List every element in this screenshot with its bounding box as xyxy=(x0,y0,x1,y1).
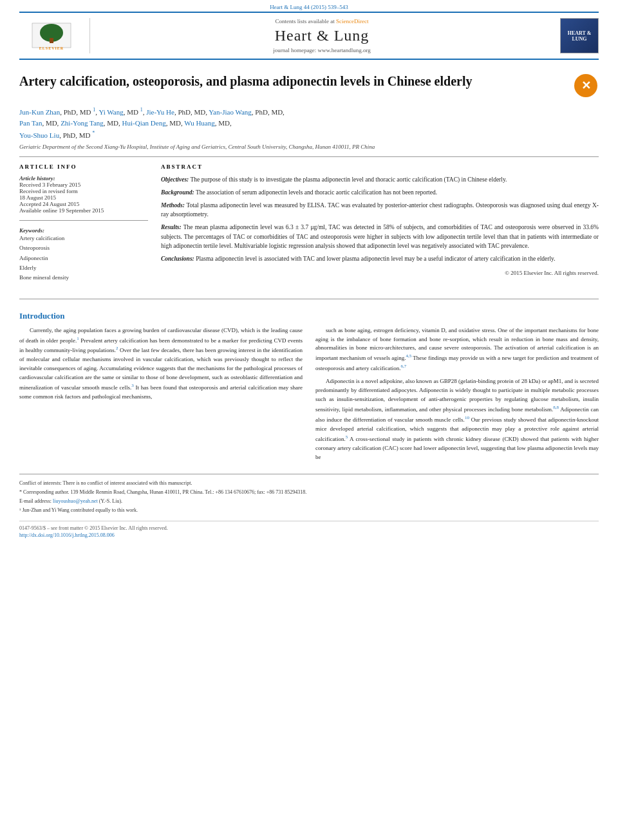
ref-3: 3 xyxy=(131,383,134,388)
author-jun-kun: Jun-Kun Zhan xyxy=(19,108,60,116)
article-info-heading: ARTICLE INFO xyxy=(19,163,148,170)
journal-cover-image: HEART & LUNG xyxy=(560,18,599,53)
history-label: Article history: xyxy=(19,175,148,182)
elsevier-logo: ELSEVIER xyxy=(19,18,90,53)
received-date: Received 3 February 2015 xyxy=(19,182,148,188)
corresponding-note: * Corresponding author. 139 Middle Renmi… xyxy=(19,489,599,496)
intro-left-col: Currently, the aging population faces a … xyxy=(19,326,303,466)
footnote-1: ¹ Jun-Zhan and Yi Wang contributed equal… xyxy=(19,507,599,514)
intro-right-para1: such as bone aging, estrogen deficiency,… xyxy=(315,326,599,374)
article-info-abstract-section: ARTICLE INFO Article history: Received 3… xyxy=(19,163,599,289)
bottom-bar: 0147-9563/$ – see front matter © 2015 El… xyxy=(19,521,599,538)
sciencedirect-link[interactable]: ScienceDirect xyxy=(336,18,368,24)
ref-2: 2 xyxy=(116,346,118,351)
received-revised-label: Received in revised form xyxy=(19,188,148,194)
article-body: Artery calcification, osteoporosis, and … xyxy=(0,60,618,551)
results-label: Results: xyxy=(161,224,182,230)
ref-5b: 5 xyxy=(346,434,348,440)
email-suffix: (Y.-S. Liu). xyxy=(99,498,122,504)
footnotes-section: Conflict of interests: There is no confl… xyxy=(19,474,599,514)
results-text: The mean plasma adiponectin level was 6.… xyxy=(161,224,599,249)
affiliation: Geriatric Department of the Second Xiang… xyxy=(19,144,599,150)
available-date: Available online 19 September 2015 xyxy=(19,207,148,214)
keyword-3: Adiponectin xyxy=(19,254,148,263)
journal-header: ELSEVIER Contents lists available at Sci… xyxy=(19,12,599,60)
doi-link[interactable]: http://dx.doi.org/10.1016/j.hrtlng.2015.… xyxy=(19,532,599,538)
elsevier-tree-icon: ELSEVIER xyxy=(29,20,74,52)
author-zhi-yong: Zhi-Yong Tang xyxy=(61,119,104,127)
intro-right-para2: Adiponectin is a novel adipokine, also k… xyxy=(315,377,599,462)
email-label: E-mail address: xyxy=(19,498,52,504)
ref-8-8: 8,8 xyxy=(553,405,559,410)
journal-homepage: journal homepage: www.heartandlung.org xyxy=(273,47,371,53)
received-revised-date: 18 August 2015 xyxy=(19,194,148,201)
author-you-shuo: You-Shuo Liu xyxy=(19,131,59,139)
introduction-heading: Introduction xyxy=(19,311,599,321)
leading-word: leading xyxy=(271,327,288,333)
divider-2 xyxy=(19,299,599,299)
abstract-results: Results: The mean plasma adiponectin lev… xyxy=(161,223,599,251)
journal-center: Contents lists available at ScienceDirec… xyxy=(90,18,554,53)
methods-text: Total plasma adiponectin level was measu… xyxy=(161,202,599,218)
introduction-section: Introduction Currently, the aging popula… xyxy=(19,311,599,466)
keyword-4: Elderly xyxy=(19,263,148,273)
intro-right-col: such as bone aging, estrogen deficiency,… xyxy=(315,326,599,466)
ref-10: 10 xyxy=(465,415,469,420)
abstract-background: Background: The association of serum adi… xyxy=(161,188,599,198)
article-title: Artery calcification, osteoporosis, and … xyxy=(19,73,566,89)
crossmark: ✕ xyxy=(573,73,599,98)
conclusions-label: Conclusions: xyxy=(161,256,194,262)
abstract-objectives: Objectives: The purpose of this study is… xyxy=(161,175,599,185)
that-word: that xyxy=(177,365,186,371)
abstract-col: ABSTRACT Objectives: The purpose of this… xyxy=(161,163,599,289)
conclusions-text: Plasma adiponectin level is associated w… xyxy=(196,256,556,262)
keywords-block: Keywords: Artery calcification Osteoporo… xyxy=(19,227,148,283)
keywords-label: Keywords: xyxy=(19,227,148,234)
objectives-text: The purpose of this study is to investig… xyxy=(190,176,507,183)
methods-label: Methods: xyxy=(161,202,185,209)
authors: Jun-Kun Zhan, PhD, MD 1, Yi Wang, MD 1, … xyxy=(19,106,599,141)
objectives-label: Objectives: xyxy=(161,176,189,183)
introduction-body: Currently, the aging population faces a … xyxy=(19,326,599,466)
abstract-conclusions: Conclusions: Plasma adiponectin level is… xyxy=(161,254,599,264)
ref-4-5: 4,5 xyxy=(406,353,411,359)
abstract-methods: Methods: Total plasma adiponectin level … xyxy=(161,201,599,219)
keyword-2: Osteoporosis xyxy=(19,243,148,253)
background-text: The association of serum adiponectin lev… xyxy=(196,189,437,196)
ref-6-7: 6,7 xyxy=(400,364,406,369)
intro-left-para1: Currently, the aging population faces a … xyxy=(19,326,303,402)
email-link[interactable]: liuyoushuo@yeah.net xyxy=(53,498,98,504)
article-info-col: ARTICLE INFO Article history: Received 3… xyxy=(19,163,148,289)
svg-rect-2 xyxy=(50,38,53,43)
abstract-text: Objectives: The purpose of this study is… xyxy=(161,175,599,278)
author-jie-yu: Jie-Yu He xyxy=(146,108,174,116)
divider-1 xyxy=(19,156,599,157)
issn-line: 0147-9563/$ – see front matter © 2015 El… xyxy=(19,525,599,531)
title-section: Artery calcification, osteoporosis, and … xyxy=(19,73,599,98)
email-note: E-mail address: liuyoushuo@yeah.net (Y.-… xyxy=(19,498,599,505)
keyword-5: Bone mineral density xyxy=(19,273,148,283)
top-citation: Heart & Lung 44 (2015) 539–543 xyxy=(0,0,618,12)
author-yan-jiao: Yan-Jiao Wang xyxy=(209,108,252,116)
journal-title: Heart & Lung xyxy=(275,27,370,44)
divider-keywords xyxy=(19,220,148,221)
author-pan-tan: Pan Tan xyxy=(19,119,42,127)
author-yi-wang: Yi Wang xyxy=(98,108,123,116)
author-wu-huang: Wu Huang xyxy=(184,119,215,127)
conflict-note: Conflict of interests: There is no confl… xyxy=(19,480,599,487)
author-hui-qian: Hui-Qian Deng xyxy=(122,119,166,127)
abstract-heading: ABSTRACT xyxy=(161,163,599,170)
keyword-1: Artery calcification xyxy=(19,234,148,243)
keywords-list: Artery calcification Osteoporosis Adipon… xyxy=(19,234,148,283)
ref-1: 1 xyxy=(77,336,79,341)
background-label: Background: xyxy=(161,189,194,196)
svg-text:ELSEVIER: ELSEVIER xyxy=(39,46,63,50)
copyright: © 2015 Elsevier Inc. All rights reserved… xyxy=(161,269,599,278)
accepted-date: Accepted 24 August 2015 xyxy=(19,201,148,207)
article-history-block: Article history: Received 3 February 201… xyxy=(19,175,148,214)
sciencedirect-line: Contents lists available at ScienceDirec… xyxy=(276,18,369,24)
crossmark-icon: ✕ xyxy=(574,74,597,97)
